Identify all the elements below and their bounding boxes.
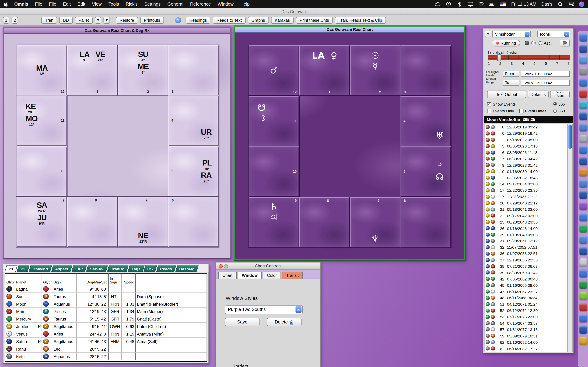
menu-item[interactable]: General: [167, 1, 183, 7]
dasha-row[interactable]: 54 07/15/2074 03:57: [484, 320, 567, 326]
dasha-row[interactable]: 32 11/07/2052 07:51: [484, 244, 567, 250]
readings-button[interactable]: Readings: [186, 17, 210, 23]
dock-app-icon[interactable]: [579, 281, 587, 289]
bluetooth-icon[interactable]: [456, 1, 462, 7]
dock-app-icon[interactable]: [579, 146, 587, 154]
planet-row[interactable]: ↑ Lagna ♈ Aries 9° 36’ 60”: [5, 285, 207, 293]
from-dropdown[interactable]: From: [503, 71, 519, 77]
dasha-years-button[interactable]: Dasha Years: [550, 91, 570, 98]
karakas-button[interactable]: Karakas: [271, 17, 294, 23]
wifi-icon[interactable]: [478, 1, 484, 7]
menu-item[interactable]: Omnis: [14, 1, 28, 7]
dock-app-icon[interactable]: [579, 303, 587, 311]
planet-row[interactable]: ♄ Saturn R ♐ Sagittarius 24° 46’ 43” ENM…: [5, 338, 207, 345]
input-source-flag-icon[interactable]: [500, 2, 506, 6]
dock-app-icon[interactable]: [579, 67, 587, 75]
dasha-icons-dropdown[interactable]: Icons: [537, 31, 571, 38]
positions-tab[interactable]: Reads: [156, 266, 176, 272]
chart-controls-tab[interactable]: Chart: [218, 272, 237, 279]
dropdown-arrow-1[interactable]: ▾: [95, 17, 101, 23]
dasha-row[interactable]: 31 09/29/2051 12:12: [484, 238, 567, 244]
dasha-row[interactable]: 0 12/05/2019 09:42: [484, 124, 567, 130]
dock-app-icon[interactable]: [579, 168, 587, 176]
minimize-icon[interactable]: [224, 264, 228, 268]
text-output-button[interactable]: Text Output: [487, 91, 526, 98]
dasha-row[interactable]: 0 12/29/2019 19:42: [484, 130, 567, 136]
dasha-row[interactable]: 12 03/05/2032 18:48: [484, 175, 567, 181]
dock-app-icon[interactable]: [579, 247, 587, 255]
dasha-levels-slider[interactable]: [488, 55, 570, 60]
dasha-scrollbar[interactable]: [567, 124, 573, 352]
dasha-row[interactable]: 57 01/31/2077 13:15: [484, 326, 567, 333]
dasha-row[interactable]: 17 12/22/2036 23:36: [484, 187, 567, 193]
menu-item[interactable]: View: [92, 1, 102, 7]
spotlight-search-icon[interactable]: [557, 1, 563, 7]
dasha-row[interactable]: 17 11/28/2037 21:12: [484, 193, 567, 200]
dock-app-icon[interactable]: [579, 101, 587, 109]
dock-app-icon[interactable]: [579, 202, 587, 210]
dock-app-icon[interactable]: [579, 236, 587, 244]
dasha-row[interactable]: 20 07/29/2040 21:12: [484, 200, 567, 206]
menu-item[interactable]: File: [35, 1, 42, 7]
planet-row[interactable]: ☿ Mercury ♉ Taurus 5° 15’ 42” GFR 1.79 G…: [5, 315, 207, 323]
panel-flip-button[interactable]: ▼: [485, 31, 491, 37]
radio[interactable]: [553, 102, 557, 106]
dock-app-icon[interactable]: [579, 180, 587, 188]
dock-app-icon[interactable]: [579, 124, 587, 131]
to-date-field[interactable]: 12/07/2259 09:42: [521, 80, 570, 86]
radio[interactable]: [553, 109, 557, 113]
dropdown-arrow-2[interactable]: ▾: [104, 17, 110, 23]
dock-app-icon[interactable]: [579, 135, 587, 143]
dock-app-icon[interactable]: [579, 292, 587, 300]
positions-tab[interactable]: CS: [144, 266, 157, 272]
positions-tab[interactable]: Tags: [128, 266, 144, 272]
dasha-row[interactable]: 10 01/16/2030 14:00: [484, 168, 567, 175]
dock-app-icon[interactable]: [579, 270, 587, 277]
dock-app-icon[interactable]: [579, 34, 587, 42]
dasha-row[interactable]: 62 06/14/2082 17:27: [484, 345, 567, 352]
window-title-bar[interactable]: Das Goravani: [0, 8, 588, 15]
positions-tab[interactable]: P1: [5, 266, 17, 272]
siri-icon[interactable]: [579, 1, 584, 7]
print-button[interactable]: [560, 40, 570, 47]
moon-toggle-icon[interactable]: ☽: [531, 41, 536, 45]
help-icon[interactable]: ?: [175, 17, 181, 23]
printouts-button[interactable]: Printouts: [140, 17, 164, 23]
pallet-button[interactable]: Pallet: [75, 17, 93, 23]
checkbox[interactable]: [487, 109, 491, 113]
dasha-row[interactable]: 6 08/05/2026 11:18: [484, 149, 567, 156]
dock-app-icon[interactable]: [579, 157, 587, 165]
dasha-row[interactable]: 39 08/30/2059 01:42: [484, 269, 567, 276]
dasha-row[interactable]: 23 08/23/2043 23:36: [484, 219, 567, 225]
page-2-button[interactable]: 2: [12, 17, 18, 23]
dock-app-icon[interactable]: [579, 191, 587, 199]
events-only-checkbox[interactable]: Events Only: [487, 108, 514, 113]
menu-item[interactable]: Settings: [144, 1, 161, 7]
dasha-row[interactable]: 9 12/29/2028 01:42: [484, 162, 567, 168]
dasha-row[interactable]: 22 09/17/2042 02:00: [484, 213, 567, 219]
dasha-row[interactable]: 21 05/18/2041 02:00: [484, 206, 567, 213]
planet-row[interactable]: ♂ Mars ♓ Pisces 12° 9’ 43” GFR 1.34 Matr…: [5, 308, 207, 315]
event-dates-checkbox[interactable]: Event Dates: [519, 108, 546, 113]
chart-controls-title-bar[interactable]: Chart Controls: [216, 262, 320, 270]
restore-button[interactable]: Restore: [116, 17, 138, 23]
print-these-charts-button[interactable]: Print these Chts: [296, 17, 333, 23]
year-365-radio[interactable]: 365: [553, 102, 565, 106]
planet-row[interactable]: ♃ Jupiter R ♐ Sagittarius 9° 5’ 41” OWN …: [5, 323, 207, 330]
dock-app-icon[interactable]: [579, 259, 587, 266]
cloud-icon[interactable]: [435, 1, 441, 7]
dasha-row[interactable]: 29 01/19/2049 09:03: [484, 232, 567, 238]
dasha-row[interactable]: 52 06/12/2072 12:30: [484, 307, 567, 314]
menu-item[interactable]: Rick's: [126, 1, 138, 7]
positions-tab[interactable]: P2: [17, 266, 29, 272]
dock-app-icon[interactable]: [579, 45, 587, 53]
chart-window-title[interactable]: Das Goravani Rasi Chart & Deg-Rx: [4, 28, 230, 34]
menu-item[interactable]: Window: [217, 1, 233, 7]
dasha-row[interactable]: 36 01/07/2056 22:51: [484, 250, 567, 257]
tran-reads-text-clip-button[interactable]: Tran. Reads Text & Clip: [335, 17, 386, 23]
close-icon[interactable]: [219, 264, 223, 268]
dock-app-icon[interactable]: [579, 337, 587, 345]
positions-tab[interactable]: ElFr: [71, 266, 87, 272]
control-center-icon[interactable]: [568, 1, 574, 7]
chart-controls-tab[interactable]: Transit: [282, 272, 303, 279]
